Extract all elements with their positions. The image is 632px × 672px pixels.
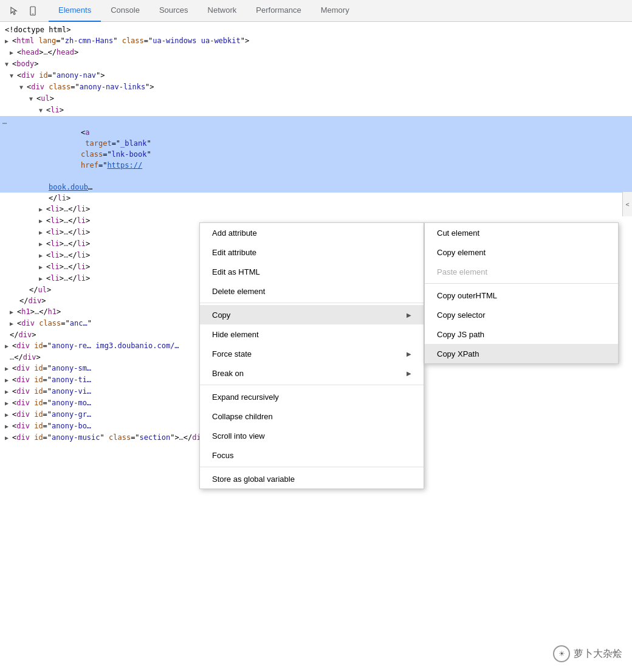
html-line: <!doctype html> [0, 24, 632, 35]
copy-submenu: Cut element Copy element Paste element C… [424, 222, 619, 364]
html-line: </li> [0, 193, 632, 204]
tab-performance[interactable]: Performance [246, 0, 311, 22]
expand-arrow[interactable]: ▶ [5, 398, 12, 409]
menu-item-scroll-into-view[interactable]: Scroll into view [200, 426, 424, 445]
menu-separator [200, 303, 424, 303]
menu-item-store-global[interactable]: Store as global variable [200, 469, 424, 489]
expand-arrow[interactable]: ▶ [5, 410, 12, 420]
expand-arrow[interactable]: ▶ [10, 47, 17, 58]
submenu-item-copy-xpath[interactable]: Copy XPath [425, 344, 618, 363]
expand-arrow[interactable]: ▶ [5, 433, 12, 444]
right-panel-handle[interactable]: < [622, 192, 632, 216]
menu-item-add-attribute[interactable]: Add attribute [200, 223, 424, 242]
cursor-icon[interactable] [5, 2, 22, 19]
expand-arrow[interactable]: ▼ [10, 70, 17, 81]
html-line: ▼ <li> [0, 105, 632, 116]
html-line: ▼ <body> [0, 58, 632, 70]
submenu-item-copy-element[interactable]: Copy element [425, 242, 618, 262]
expand-arrow[interactable]: ▶ [10, 307, 17, 318]
submenu-item-paste-element: Paste element [425, 262, 618, 281]
html-line-selected[interactable]: … <a target="_blank" class="lnk-book" hr… [0, 116, 632, 182]
menu-item-copy[interactable]: Copy ▶ [200, 305, 424, 324]
submenu-arrow: ▶ [407, 370, 411, 377]
tab-icon-group [5, 2, 41, 19]
expand-arrow[interactable]: ▼ [39, 105, 46, 116]
tab-network[interactable]: Network [198, 0, 247, 22]
submenu-item-cut-element[interactable]: Cut element [425, 223, 618, 242]
expand-arrow[interactable]: ▶ [39, 262, 46, 273]
menu-item-collapse-children[interactable]: Collapse children [200, 406, 424, 426]
submenu-arrow: ▶ [407, 351, 411, 357]
tab-console[interactable]: Console [101, 0, 149, 22]
watermark-text: 萝卜大杂烩 [574, 648, 622, 660]
expand-arrow[interactable]: ▶ [39, 227, 46, 238]
expand-arrow[interactable]: ▼ [29, 94, 36, 105]
html-line: ▶ <head>…</head> [0, 47, 632, 58]
menu-item-edit-html[interactable]: Edit as HTML [200, 262, 424, 281]
expand-arrow[interactable]: ▼ [19, 82, 27, 93]
svg-rect-1 [32, 13, 34, 14]
html-line: ▶ <li>…</li> [0, 204, 632, 215]
menu-item-focus[interactable]: Focus [200, 445, 424, 465]
context-menu: Add attribute Edit attribute Edit as HTM… [199, 222, 424, 489]
device-icon[interactable] [24, 2, 41, 19]
watermark: ☀ 萝卜大杂烩 [553, 645, 622, 662]
devtools-tabbar: Elements Console Sources Network Perform… [0, 0, 632, 22]
menu-separator [200, 385, 424, 385]
menu-item-hide-element[interactable]: Hide element [200, 324, 424, 344]
html-line: ▶ <html lang="zh-cmn-Hans" class="ua-win… [0, 35, 632, 47]
html-line-selected-cont: book.doub… [0, 182, 632, 193]
menu-item-delete-element[interactable]: Delete element [200, 281, 424, 301]
expand-arrow[interactable]: ▶ [39, 250, 46, 261]
menu-item-expand-recursively[interactable]: Expand recursively [200, 387, 424, 406]
watermark-icon: ☀ [553, 645, 570, 662]
expand-arrow[interactable]: ▶ [39, 239, 46, 250]
expand-arrow[interactable]: ▶ [39, 273, 46, 284]
expand-arrow[interactable]: ▶ [5, 386, 12, 397]
expand-arrow[interactable]: ▼ [5, 59, 12, 70]
html-line: ▼ <div class="anony-nav-links"> [0, 81, 632, 93]
menu-item-force-state[interactable]: Force state ▶ [200, 344, 424, 363]
submenu-item-copy-outerhtml[interactable]: Copy outerHTML [425, 286, 618, 305]
expand-arrow[interactable]: ▶ [5, 363, 12, 374]
line-content: <!doctype html> [5, 24, 70, 35]
expand-arrow[interactable]: ▶ [10, 318, 17, 329]
menu-item-edit-attribute[interactable]: Edit attribute [200, 242, 424, 262]
expand-arrow[interactable]: ▶ [5, 36, 12, 47]
html-line: ▼ <ul> [0, 93, 632, 105]
expand-arrow[interactable]: ▶ [39, 216, 46, 227]
submenu-item-copy-js-path[interactable]: Copy JS path [425, 324, 618, 344]
expand-arrow[interactable]: ▶ [39, 204, 46, 215]
menu-separator [200, 467, 424, 467]
elements-panel: <!doctype html> ▶ <html lang="zh-cmn-Han… [0, 22, 632, 672]
html-line: ▼ <div id="anony-nav"> [0, 70, 632, 81]
menu-item-break-on[interactable]: Break on ▶ [200, 363, 424, 383]
expand-arrow[interactable]: ▶ [5, 341, 12, 352]
tab-memory[interactable]: Memory [311, 0, 359, 22]
menu-separator [425, 283, 618, 284]
submenu-item-copy-selector[interactable]: Copy selector [425, 305, 618, 324]
line-content: < [12, 35, 16, 46]
submenu-arrow: ▶ [407, 312, 411, 318]
expand-arrow[interactable]: ▶ [5, 421, 12, 432]
expand-arrow[interactable]: ▶ [5, 375, 12, 386]
tab-elements[interactable]: Elements [49, 0, 101, 22]
tab-sources[interactable]: Sources [149, 0, 198, 22]
